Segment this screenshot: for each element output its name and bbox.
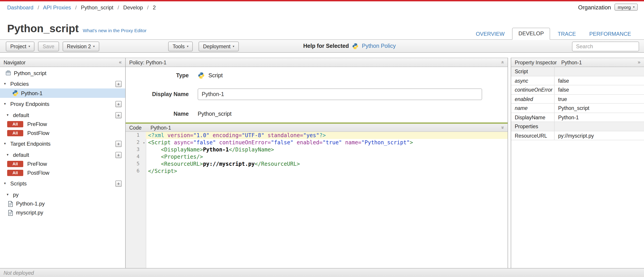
nav-item-policies[interactable]: ▾Policies+	[0, 79, 125, 88]
chevron-down-icon: ▾	[187, 45, 188, 48]
collapse-panel-icon[interactable]: «	[119, 60, 122, 65]
file-icon	[8, 201, 13, 207]
code-line-content: <Script async="false" continueOnError="f…	[146, 139, 508, 146]
chevron-down-icon[interactable]: ▾	[7, 193, 11, 197]
inspector-table: ScriptasyncfalsecontinueOnErrorfalseenab…	[511, 67, 644, 140]
inspector-property-name: Script	[511, 67, 554, 76]
add-button[interactable]: +	[116, 112, 122, 118]
breadcrumb-link-dashboard[interactable]: Dashboard	[7, 4, 33, 11]
inspector-row-properties[interactable]: Properties	[511, 122, 644, 131]
organization-value: myorg	[618, 4, 631, 10]
expand-section-icon[interactable]: »	[500, 126, 505, 129]
inspector-row-name[interactable]: namePython_script	[511, 104, 644, 113]
tab-overview[interactable]: OVERVIEW	[470, 28, 510, 40]
tools-menu-button[interactable]: Tools ▾	[168, 41, 193, 51]
inspector-property-value[interactable]: Python-1	[554, 113, 644, 122]
add-button[interactable]: +	[116, 152, 122, 158]
nav-item-preflow[interactable]: AllPreFlow	[0, 160, 125, 168]
add-button[interactable]: +	[116, 101, 122, 107]
chevron-down-icon: ▾	[233, 45, 234, 48]
nav-item-scripts[interactable]: ▾Scripts+	[0, 179, 125, 188]
nav-item-label: PreFlow	[27, 121, 47, 127]
inspector-row-continueonerror[interactable]: continueOnErrorfalse	[511, 85, 644, 94]
inspector-row-displayname[interactable]: DisplayNamePython-1	[511, 113, 644, 122]
line-number: 2▾	[126, 139, 146, 146]
breadcrumb-separator: /	[38, 4, 39, 11]
tab-performance[interactable]: PERFORMANCE	[584, 28, 637, 40]
code-line-5[interactable]: 5 <ResourceURL>py://myscript.py</Resourc…	[126, 160, 508, 168]
inspector-property-value[interactable]: false	[554, 85, 644, 94]
breadcrumb-current-proxy: Python_script	[81, 4, 113, 11]
flow-condition-badge: All	[7, 121, 23, 127]
button-label: Project	[10, 44, 26, 49]
code-line-3[interactable]: 3 <DisplayName>Python-1</DisplayName>	[126, 146, 508, 153]
breadcrumb-link-api-proxies[interactable]: API Proxies	[43, 4, 71, 11]
expand-panel-icon[interactable]: »	[638, 60, 640, 65]
nav-item-label: PostFlow	[27, 130, 50, 136]
title-row: Python_script What's new in the Proxy Ed…	[7, 22, 146, 35]
code-line-2[interactable]: 2▾<Script async="false" continueOnError=…	[126, 139, 508, 146]
nav-item-python-1[interactable]: Python-1	[0, 88, 125, 98]
nav-item-python-script[interactable]: Python_script	[0, 68, 125, 78]
code-line-1[interactable]: 1<?xml version="1.0" encoding="UTF-8" st…	[126, 132, 508, 139]
inspector-property-value[interactable]: Python_script	[554, 104, 644, 112]
code-line-4[interactable]: 4 <Properties/>	[126, 153, 508, 160]
nav-item-target-endpoints[interactable]: ▾Target Endpoints+	[0, 139, 125, 148]
name-value: Python_script	[198, 111, 232, 117]
whats-new-link[interactable]: What's new in the Proxy Editor	[83, 28, 146, 33]
add-button[interactable]: +	[116, 180, 122, 187]
nav-item-label: default	[13, 112, 29, 118]
code-line-6[interactable]: 6</Script>	[126, 168, 508, 175]
collapse-section-icon[interactable]: «	[500, 61, 505, 64]
fold-icon[interactable]: ▾	[143, 139, 145, 147]
inspector-row-async[interactable]: asyncfalse	[511, 76, 644, 85]
code-editor[interactable]: 1<?xml version="1.0" encoding="UTF-8" st…	[126, 132, 508, 268]
chevron-down-icon[interactable]: ▾	[4, 181, 8, 185]
code-label: Code	[129, 125, 142, 130]
inspector-property-name: enabled	[511, 94, 554, 103]
inspector-property-value[interactable]: false	[554, 76, 644, 85]
nav-item-default[interactable]: ▾default+	[0, 150, 125, 160]
inspector-row-script[interactable]: Script	[511, 67, 644, 76]
deployment-menu-button[interactable]: Deployment ▾	[198, 41, 239, 51]
inspector-property-value[interactable]: true	[554, 94, 644, 103]
chevron-down-icon[interactable]: ▾	[7, 113, 11, 117]
organization-select[interactable]: myorg ▾	[615, 3, 638, 11]
chevron-down-icon[interactable]: ▾	[7, 153, 11, 157]
python-policy-help-link[interactable]: Python Policy	[362, 43, 396, 49]
nav-item-preflow[interactable]: AllPreFlow	[0, 120, 125, 129]
inspector-row-resourceurl[interactable]: ResourceURLpy://myscript.py	[511, 131, 644, 140]
nav-item-label: Policies	[10, 81, 29, 87]
nav-item-label: myscript.py	[16, 210, 43, 216]
type-value: Script	[208, 72, 223, 79]
status-bar: Not deployed	[0, 268, 644, 277]
nav-item-default[interactable]: ▾default+	[0, 110, 125, 120]
project-menu-button[interactable]: Project ▾	[6, 41, 35, 51]
add-button[interactable]: +	[116, 81, 122, 87]
tab-develop[interactable]: DEVELOP	[512, 28, 550, 40]
inspector-row-enabled[interactable]: enabledtrue	[511, 94, 644, 104]
nav-item-postflow[interactable]: AllPostFlow	[0, 168, 125, 177]
nav-item-python-1-py[interactable]: Python-1.py	[0, 199, 125, 208]
nav-item-postflow[interactable]: AllPostFlow	[0, 129, 125, 138]
inspector-property-value[interactable]: py://myscript.py	[554, 131, 644, 140]
line-number: 1	[126, 132, 146, 139]
tab-trace[interactable]: TRACE	[552, 28, 582, 40]
nav-item-py[interactable]: ▾py	[0, 190, 125, 199]
button-label: Deployment	[203, 44, 230, 49]
chevron-down-icon: ▾	[633, 5, 634, 9]
chevron-down-icon[interactable]: ▾	[4, 142, 8, 146]
nav-item-proxy-endpoints[interactable]: ▾Proxy Endpoints+	[0, 99, 125, 109]
revision-menu-button[interactable]: Revision 2 ▾	[62, 41, 99, 51]
nav-item-label: Python-1.py	[16, 201, 45, 207]
inspector-property-name: async	[511, 76, 554, 85]
add-button[interactable]: +	[116, 141, 122, 147]
chevron-down-icon[interactable]: ▾	[4, 82, 8, 86]
search-input[interactable]	[572, 41, 639, 51]
display-name-input[interactable]	[198, 88, 482, 100]
chevron-down-icon[interactable]: ▾	[4, 102, 8, 106]
save-button[interactable]: Save	[38, 41, 59, 51]
breadcrumb-separator: /	[118, 4, 119, 11]
nav-item-myscript-py[interactable]: myscript.py	[0, 208, 125, 217]
inspector-title: Property Inspector	[515, 60, 557, 65]
